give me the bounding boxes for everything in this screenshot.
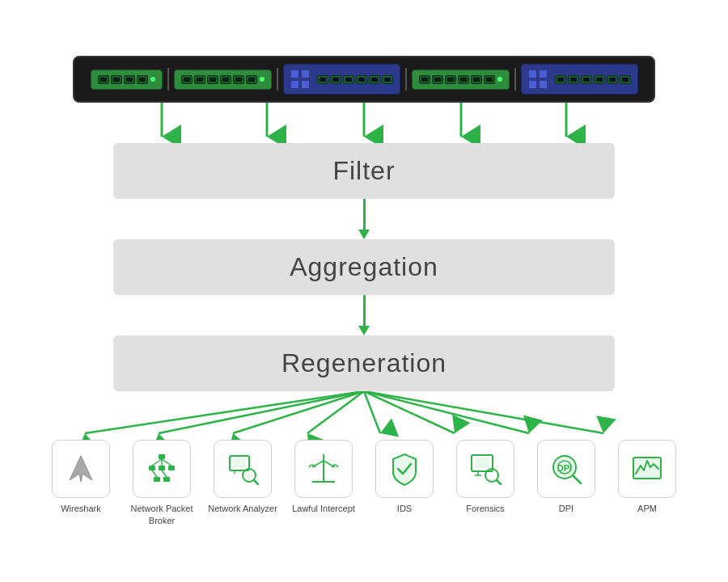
svg-rect-39 — [475, 458, 489, 468]
aggregation-label: Aggregation — [290, 252, 438, 281]
switch-module-1 — [91, 70, 163, 90]
port — [233, 75, 244, 84]
svg-line-26 — [162, 470, 167, 477]
port — [343, 75, 354, 84]
svg-line-24 — [162, 459, 171, 466]
lawful-intercept-icon — [306, 451, 341, 487]
led — [260, 77, 265, 82]
port — [220, 75, 231, 84]
blue-port — [290, 80, 299, 89]
dpi-card: DPI DPI — [530, 440, 603, 526]
ids-card: IDS — [368, 440, 441, 526]
apm-label: APM — [637, 503, 657, 514]
svg-line-13 — [364, 391, 529, 433]
divider — [405, 68, 407, 91]
port — [458, 75, 469, 84]
npb-icon-box — [133, 440, 191, 498]
switch-module-2 — [174, 70, 272, 90]
forensics-card: Forensics — [449, 440, 522, 526]
port — [471, 75, 482, 84]
switch-module-5 — [521, 64, 638, 95]
ids-icon-box — [375, 440, 434, 498]
port — [181, 75, 193, 84]
switch-module-4 — [412, 70, 510, 90]
wireshark-card: Wireshark — [44, 440, 117, 526]
dpi-icon-box: DPI — [537, 440, 595, 498]
icons-row: Wireshark Netw — [32, 440, 696, 526]
port — [317, 75, 328, 84]
blue-port — [528, 80, 537, 89]
svg-rect-18 — [159, 466, 165, 470]
wireshark-icon — [63, 451, 99, 487]
port — [382, 75, 393, 84]
port — [330, 75, 341, 84]
ids-icon — [387, 451, 422, 487]
forensics-icon — [468, 451, 503, 487]
regeneration-label: Regeneration — [281, 348, 447, 377]
port — [98, 75, 109, 84]
port — [369, 75, 380, 84]
svg-line-14 — [364, 391, 603, 433]
regeneration-stage: Regeneration — [113, 335, 615, 391]
blue-port — [301, 80, 310, 89]
wireshark-label: Wireshark — [61, 503, 101, 514]
svg-line-30 — [254, 480, 258, 484]
svg-line-47 — [574, 476, 581, 483]
svg-rect-16 — [159, 454, 165, 459]
port — [356, 75, 367, 84]
apm-icon-box — [618, 440, 676, 498]
na-label: Network Analyzer — [208, 503, 277, 514]
port — [581, 75, 592, 84]
ids-label: IDS — [397, 503, 412, 514]
apm-icon — [629, 451, 665, 487]
divider — [277, 68, 278, 91]
port — [568, 75, 579, 84]
port — [484, 75, 495, 84]
port — [445, 75, 456, 84]
port — [137, 75, 148, 84]
filter-label: Filter — [332, 156, 395, 185]
network-switch — [73, 56, 655, 103]
port — [246, 75, 257, 84]
na-icon-box — [214, 440, 272, 498]
network-analyzer-card: Network Analyzer — [206, 440, 279, 526]
svg-rect-28 — [233, 458, 246, 467]
svg-line-8 — [159, 391, 364, 433]
dpi-icon: DPI — [548, 451, 584, 487]
network-packet-broker-card: Network Packet Broker — [125, 440, 198, 526]
blue-port — [301, 70, 310, 78]
port — [432, 75, 443, 84]
svg-line-25 — [152, 470, 157, 477]
network-packet-broker-icon — [144, 451, 180, 487]
port — [594, 75, 605, 84]
main-diagram: Filter Aggregation Regeneration — [32, 56, 696, 526]
arrows-to-filter — [81, 103, 647, 143]
switch-module-3 — [283, 64, 400, 95]
port — [419, 75, 430, 84]
led — [150, 77, 155, 82]
port — [620, 75, 631, 84]
svg-rect-17 — [149, 466, 155, 470]
wireshark-icon-box — [52, 440, 110, 498]
svg-line-22 — [152, 459, 162, 466]
svg-point-31 — [246, 472, 252, 479]
li-label: Lawful Intercept — [292, 503, 355, 514]
svg-line-7 — [85, 391, 364, 433]
blue-port — [528, 70, 537, 78]
svg-rect-19 — [168, 466, 175, 470]
li-icon-box — [294, 440, 353, 498]
blue-port — [290, 70, 299, 78]
network-analyzer-icon — [225, 451, 260, 487]
blue-port — [539, 80, 548, 89]
forensics-icon-box — [456, 440, 514, 498]
divider — [167, 68, 169, 91]
svg-line-9 — [233, 391, 364, 433]
dpi-label: DPI — [559, 503, 574, 514]
svg-marker-15 — [70, 456, 92, 482]
port — [207, 75, 218, 84]
npb-label: Network Packet Broker — [125, 503, 198, 526]
led — [497, 77, 502, 82]
apm-card: APM — [611, 440, 684, 526]
forensics-label: Forensics — [466, 503, 505, 514]
port — [124, 75, 135, 84]
